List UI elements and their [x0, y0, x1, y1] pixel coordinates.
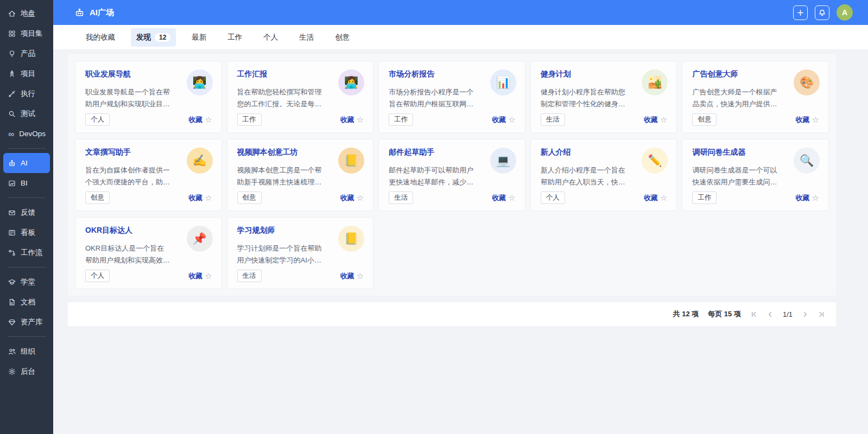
sidebar-item-bi[interactable]: BI: [3, 173, 50, 193]
sidebar-item-school[interactable]: 学堂: [3, 272, 50, 292]
star-icon: ☆: [660, 194, 667, 202]
sidebar-item-docs[interactable]: 文档: [3, 292, 50, 312]
card-description: 职业发展导航是一个旨在帮助用户规划和实现职业目标的AI小...: [85, 86, 170, 110]
avatar[interactable]: A: [837, 4, 853, 21]
card-description: 广告创意大师是一个根据产品卖点，快速为用户提供广告文案...: [692, 86, 777, 110]
organization-icon: [8, 347, 16, 356]
star-icon: ☆: [508, 116, 515, 124]
kanban-icon: [8, 228, 16, 237]
sidebar-item-admin[interactable]: 后台: [3, 361, 50, 381]
bulb-icon: [8, 49, 16, 58]
favorite-button[interactable]: 收藏 ☆: [492, 115, 515, 125]
sidebar-item-kanban[interactable]: 看板: [3, 222, 50, 242]
app-card[interactable]: 视频脚本创意工坊 📒 视频脚本创意工房是一个帮助新手视频博主快速梳理视频创作..…: [227, 139, 374, 211]
sidebar-item-execute[interactable]: 执行: [3, 84, 50, 104]
sidebar-item-label: BI: [21, 179, 28, 187]
sidebar: 地盘 项目集 产品 项目 执行 测试 ∞ DevOps AI BI 反馈 看板: [0, 0, 53, 434]
sidebar-item-test[interactable]: 测试: [3, 104, 50, 124]
favorite-button[interactable]: 收藏 ☆: [188, 271, 212, 281]
last-page-button[interactable]: [818, 311, 825, 318]
tab-my-favorites[interactable]: 我的收藏: [80, 28, 121, 47]
page-size-select[interactable]: 每页 15 项: [708, 309, 741, 319]
next-page-button[interactable]: [802, 311, 809, 318]
app-card[interactable]: 市场分析报告 📊 市场分析报告小程序是一个旨在帮助用户根据互联网信息快速... …: [378, 61, 525, 133]
first-page-icon: [750, 311, 757, 318]
app-card[interactable]: 新人介绍 ✏️ 新人介绍小程序是一个旨在帮助用户在入职当天，快速编写自... 个…: [530, 139, 677, 211]
sidebar-item-assets[interactable]: 资产库: [3, 312, 50, 332]
favorite-button[interactable]: 收藏 ☆: [644, 193, 667, 203]
sidebar-item-label: 文档: [21, 297, 35, 307]
tab-life[interactable]: 生活: [294, 28, 319, 47]
app-card[interactable]: 工作汇报 👩‍💻 旨在帮助您轻松撰写和管理您的工作汇报。无论是每周、每月... …: [227, 61, 374, 133]
category-tag: 工作: [389, 113, 413, 126]
chart-icon: [8, 179, 16, 188]
star-icon: ☆: [357, 116, 364, 124]
sidebar-item-label: 地盘: [21, 9, 35, 18]
app-card[interactable]: 学习规划师 📒 学习计划师是一个旨在帮助用户快速制定学习的AI小程序，为... …: [227, 217, 374, 289]
favorite-button[interactable]: 收藏 ☆: [796, 115, 819, 125]
sidebar-item-label: 执行: [21, 89, 35, 99]
category-tag: 生活: [237, 270, 262, 282]
star-icon: ☆: [812, 116, 819, 124]
tab-latest[interactable]: 最新: [186, 28, 212, 47]
card-description: OKR目标达人是一个旨在帮助用户规划和实现高效目标管理的A...: [85, 242, 170, 266]
favorite-button[interactable]: 收藏 ☆: [644, 115, 667, 125]
sidebar-item-organization[interactable]: 组织: [3, 341, 50, 361]
first-page-button[interactable]: [750, 311, 757, 318]
favorite-button[interactable]: 收藏 ☆: [340, 193, 364, 203]
tab-discover[interactable]: 发现 12: [131, 28, 176, 47]
notebook-icon: 📒: [338, 226, 364, 252]
rocket-icon: [8, 69, 16, 78]
tab-creative[interactable]: 创意: [330, 28, 355, 47]
app-card[interactable]: 文章撰写助手 ✍️ 旨在为自媒体创作者提供一个强大而便捷的平台，助力您撰写...…: [75, 139, 222, 211]
notifications-button[interactable]: [815, 5, 829, 20]
prev-page-button[interactable]: [766, 311, 774, 318]
tab-work[interactable]: 工作: [222, 28, 248, 47]
star-icon: ☆: [508, 194, 515, 202]
sidebar-divider: [8, 148, 46, 149]
app-card[interactable]: 职业发展导航 👩‍💻 职业发展导航是一个旨在帮助用户规划和实现职业目标的AI小.…: [75, 61, 222, 133]
pencil-icon: ✏️: [642, 148, 668, 174]
page-title: AI广场: [90, 8, 114, 18]
app-card[interactable]: 健身计划 🏜️ 健身计划小程序旨在帮助您制定和管理个性化的健身计划，让... 生…: [530, 61, 677, 133]
sidebar-item-ai[interactable]: AI: [3, 153, 50, 173]
create-button[interactable]: [793, 5, 808, 20]
woman-technologist-icon: 👩‍💻: [338, 69, 364, 95]
category-tag: 创意: [692, 113, 717, 126]
plus-icon: [796, 9, 804, 17]
category-tag: 创意: [85, 192, 110, 204]
card-description: 新人介绍小程序是一个旨在帮助用户在入职当天，快速编写自...: [541, 164, 626, 188]
favorite-button[interactable]: 收藏 ☆: [188, 115, 212, 125]
app-card[interactable]: 邮件起草助手 💻 邮件起草助手可以帮助用户更快速地起草邮件，减少繁琐的手... …: [378, 139, 525, 211]
tab-bar: 我的收藏 发现 12 最新 工作 个人 生活 创意: [53, 25, 868, 50]
sidebar-item-territory[interactable]: 地盘: [3, 3, 50, 23]
sidebar-item-label: 项目集: [21, 29, 43, 39]
card-description: 市场分析报告小程序是一个旨在帮助用户根据互联网信息快速...: [389, 86, 474, 110]
app-card[interactable]: 调研问卷生成器 🔍 调研问卷生成器是一个可以快速依据用户需要生成问卷内容的...…: [682, 139, 829, 211]
favorite-button[interactable]: 收藏 ☆: [340, 271, 364, 281]
favorite-button[interactable]: 收藏 ☆: [492, 193, 515, 203]
favorite-button[interactable]: 收藏 ☆: [340, 115, 364, 125]
infinity-icon: ∞: [8, 130, 15, 138]
app-card[interactable]: OKR目标达人 📌 OKR目标达人是一个旨在帮助用户规划和实现高效目标管理的A.…: [75, 217, 222, 289]
sidebar-item-product[interactable]: 产品: [3, 43, 50, 63]
asset-diamond-icon: [8, 318, 16, 327]
star-icon: ☆: [357, 272, 364, 280]
sidebar-item-label: 后台: [21, 367, 35, 376]
app-card[interactable]: 广告创意大师 🎨 广告创意大师是一个根据产品卖点，快速为用户提供广告文案... …: [682, 61, 829, 133]
star-icon: ☆: [357, 194, 364, 202]
bell-icon: [818, 9, 826, 17]
favorite-button[interactable]: 收藏 ☆: [796, 193, 819, 203]
star-icon: ☆: [660, 116, 667, 124]
card-description: 视频脚本创意工房是一个帮助新手视频博主快速梳理视频创作...: [237, 164, 322, 188]
sidebar-item-label: 学堂: [21, 277, 35, 287]
sidebar-item-project[interactable]: 项目: [3, 63, 50, 84]
tab-personal[interactable]: 个人: [258, 28, 283, 47]
favorite-button[interactable]: 收藏 ☆: [188, 193, 212, 203]
category-tag: 个人: [541, 192, 565, 204]
sidebar-item-label: 看板: [21, 228, 35, 238]
sidebar-item-workflow[interactable]: 工作流: [3, 242, 50, 263]
sidebar-item-feedback[interactable]: 反馈: [3, 202, 50, 222]
sidebar-item-devops[interactable]: ∞ DevOps: [3, 124, 50, 144]
sidebar-item-project-set[interactable]: 项目集: [3, 23, 50, 43]
